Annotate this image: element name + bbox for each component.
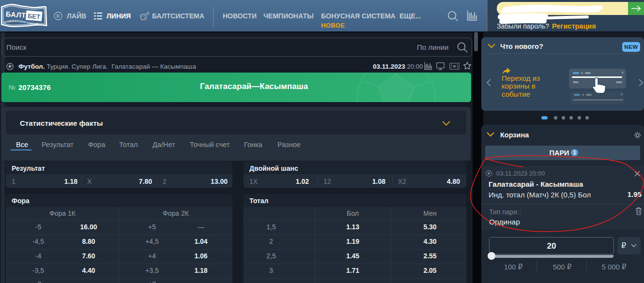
svg-text:БЕТ: БЕТ: [28, 12, 41, 20]
svg-text:БАЛТ: БАЛТ: [5, 10, 26, 19]
